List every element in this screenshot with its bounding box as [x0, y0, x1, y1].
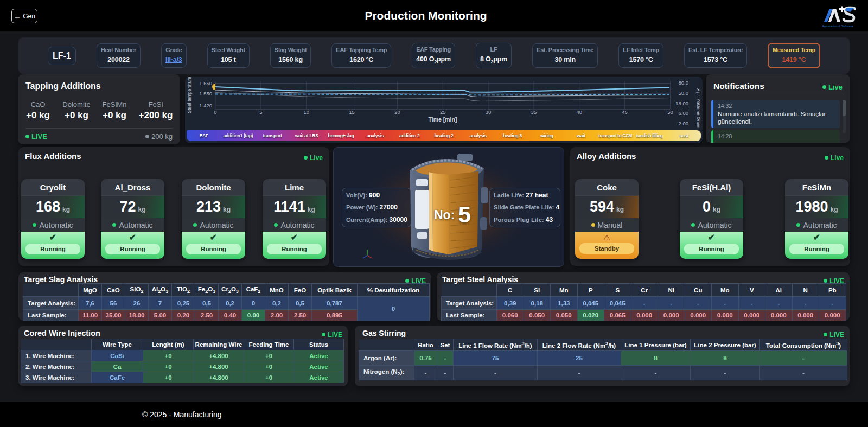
svg-text:15: 15 [349, 109, 355, 115]
svg-text:-2.00: -2.00 [676, 120, 688, 126]
svg-text:25: 25 [440, 109, 446, 115]
svg-text:35: 35 [531, 109, 537, 115]
svg-text:50: 50 [667, 109, 673, 115]
svg-text:1.420: 1.420 [199, 103, 212, 109]
svg-text:Time [min]: Time [min] [429, 116, 457, 123]
svg-text:30: 30 [486, 109, 492, 115]
svg-text:45: 45 [622, 109, 628, 115]
svg-text:10: 10 [303, 109, 309, 115]
svg-text:20: 20 [394, 109, 400, 115]
svg-text:1.650: 1.650 [199, 80, 212, 86]
svg-text:Steel temperature: Steel temperature [187, 77, 192, 113]
svg-text:80.0: 80.0 [679, 80, 689, 86]
svg-text:5: 5 [259, 109, 262, 115]
svg-text:50.0: 50.0 [679, 90, 689, 96]
svg-text:40: 40 [577, 109, 583, 115]
svg-text:18.00: 18.00 [675, 100, 688, 106]
svg-text:6.00: 6.00 [679, 110, 689, 116]
svg-text:0: 0 [214, 109, 216, 115]
svg-text:1.550: 1.550 [199, 91, 212, 97]
svg-text:Automation & Software: Automation & Software [822, 24, 853, 28]
svg-text:Aşırı Yükleme Oranı: Aşırı Yükleme Oranı [696, 88, 701, 128]
